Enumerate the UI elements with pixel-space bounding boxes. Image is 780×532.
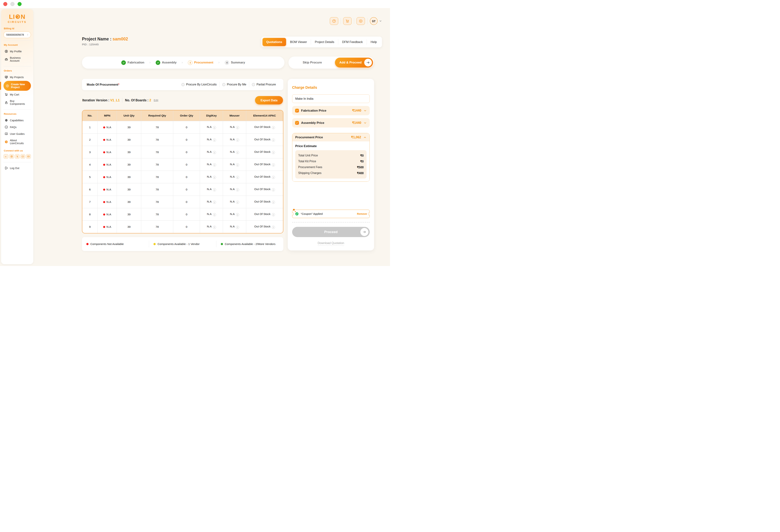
cart-button[interactable] bbox=[343, 17, 352, 25]
sidebar-item-my-profile[interactable]: My Profile bbox=[3, 48, 31, 55]
legend-item: Components Available - 2/More Vendors bbox=[216, 242, 283, 246]
maximize-button[interactable] bbox=[17, 2, 21, 6]
checkbox-checked[interactable] bbox=[295, 121, 299, 125]
chevron-up-icon[interactable] bbox=[363, 136, 367, 139]
sidebar-item-faqs[interactable]: FAQs bbox=[3, 124, 31, 131]
remove-coupon-button[interactable]: Remove bbox=[357, 212, 367, 215]
info-icon[interactable]: i bbox=[213, 126, 216, 129]
sidebar-item-user-guides[interactable]: User Guides bbox=[3, 131, 31, 137]
procurement-price-header[interactable]: Procurement Price ₹1,062 bbox=[292, 133, 370, 141]
account-menu[interactable]: ST bbox=[370, 17, 382, 25]
sidebar-item-create-new-project[interactable]: Create New Project bbox=[3, 81, 31, 91]
mail-link[interactable] bbox=[26, 154, 31, 159]
info-icon[interactable]: i bbox=[213, 213, 216, 216]
cell-required-qty: 78 bbox=[141, 208, 173, 221]
skip-procure-button[interactable]: Skip Procure bbox=[290, 61, 335, 64]
info-icon[interactable]: i bbox=[236, 163, 239, 166]
step-assembly[interactable]: Assembly bbox=[156, 60, 177, 65]
tab-bom-viewer[interactable]: BOM Viewer bbox=[286, 38, 311, 46]
chip-icon bbox=[5, 118, 8, 122]
info-icon[interactable]: i bbox=[236, 213, 239, 216]
info-icon[interactable]: i bbox=[272, 163, 275, 166]
table-row: 1 N.A 39 78 0 N.Ai N.Ai Out Of Stocki bbox=[82, 121, 283, 134]
info-icon[interactable]: i bbox=[213, 139, 216, 142]
cell-order-qty: 0 bbox=[173, 134, 200, 146]
info-icon[interactable]: i bbox=[272, 213, 275, 216]
info-icon[interactable]: i bbox=[236, 188, 239, 191]
info-icon[interactable]: i bbox=[213, 151, 216, 154]
chevron-down-icon[interactable] bbox=[363, 121, 367, 125]
info-icon[interactable]: i bbox=[213, 188, 216, 191]
close-button[interactable] bbox=[3, 2, 7, 6]
tab-dfm-feedback[interactable]: DFM Feedback bbox=[338, 38, 367, 46]
cell-required-qty: 78 bbox=[141, 171, 173, 183]
bag-icon bbox=[5, 101, 8, 104]
minimize-button[interactable] bbox=[10, 2, 14, 6]
checkbox-checked[interactable] bbox=[295, 109, 299, 112]
cell-digikey: N.Ai bbox=[200, 171, 223, 183]
x-link[interactable] bbox=[15, 154, 20, 159]
estimate-row-total-kit-price: Total Kit Price₹0 bbox=[298, 160, 364, 163]
proceed-button[interactable]: Proceed bbox=[292, 227, 370, 237]
info-icon[interactable]: i bbox=[236, 126, 239, 129]
sidebar-item-business-account[interactable]: Business Account bbox=[3, 55, 31, 64]
column-header-required-qty: Required Qty bbox=[141, 110, 173, 121]
sidebar-item-capabilities[interactable]: Capabilities bbox=[3, 117, 31, 124]
cell-required-qty: 78 bbox=[141, 146, 173, 158]
info-icon[interactable]: i bbox=[272, 226, 275, 229]
sidebar-item-my-projects[interactable]: My Projects bbox=[3, 74, 31, 81]
charge-item-assembly-price: Assembly Price ₹1440 bbox=[292, 118, 370, 128]
chevron-down-icon[interactable] bbox=[363, 109, 367, 112]
help-button[interactable] bbox=[330, 17, 338, 25]
download-quotation-link[interactable]: Download Quotation bbox=[318, 241, 344, 246]
info-icon[interactable]: i bbox=[213, 176, 216, 179]
linkedin-link[interactable]: in bbox=[3, 154, 8, 159]
info-icon[interactable]: i bbox=[236, 151, 239, 154]
cell-element14: Out Of Stocki bbox=[246, 208, 283, 221]
info-icon[interactable]: i bbox=[213, 163, 216, 166]
cell-no: 6 bbox=[82, 183, 97, 196]
projects-icon bbox=[5, 76, 8, 79]
add-new-button[interactable] bbox=[356, 17, 365, 25]
procurement-mode-radios: Procure By LionCircuits Procure By Me Pa… bbox=[179, 82, 279, 87]
sidebar-item-about-lioncircuits[interactable]: About LionCircuits bbox=[3, 137, 31, 146]
cell-order-qty: 0 bbox=[173, 196, 200, 208]
info-icon[interactable]: i bbox=[272, 151, 275, 154]
step-fabrication[interactable]: Fabrication bbox=[121, 60, 144, 65]
sidebar-item-buy-components[interactable]: Buy Components bbox=[3, 98, 31, 107]
cell-digikey: N.Ai bbox=[200, 183, 223, 196]
radio-procure-by-me[interactable]: Procure By Me bbox=[220, 83, 249, 86]
logout-button[interactable]: Log Out bbox=[3, 165, 31, 172]
info-icon[interactable]: i bbox=[272, 188, 275, 191]
step-summary[interactable]: 4Summary bbox=[225, 60, 245, 65]
info-icon[interactable]: i bbox=[236, 139, 239, 142]
plus-circle-icon bbox=[6, 84, 9, 88]
add-proceed-button[interactable]: Add & Proceed bbox=[335, 58, 373, 67]
region-selector[interactable]: Make In India bbox=[292, 94, 370, 103]
info-icon[interactable]: i bbox=[236, 176, 239, 179]
edit-boards-link[interactable]: Edit bbox=[154, 99, 158, 102]
info-icon[interactable]: i bbox=[272, 201, 275, 204]
tab-quotations[interactable]: Quotations bbox=[262, 38, 286, 46]
radio-procure-by-lioncircuits[interactable]: Procure By LionCircuits bbox=[179, 83, 219, 86]
cell-unit-qty: 39 bbox=[117, 121, 141, 134]
table-row: 4 N.A 39 78 0 N.Ai N.Ai Out Of Stocki bbox=[82, 158, 283, 171]
info-icon[interactable]: i bbox=[213, 226, 216, 229]
step-procurement[interactable]: 3Procurement bbox=[188, 60, 213, 65]
tab-project-details[interactable]: Project Details bbox=[311, 38, 338, 46]
instagram-link[interactable] bbox=[9, 154, 14, 159]
info-icon[interactable]: i bbox=[236, 226, 239, 229]
radio-partial-procure[interactable]: Partial Procure bbox=[249, 83, 279, 86]
info-icon[interactable]: i bbox=[272, 176, 275, 179]
info-icon[interactable]: i bbox=[272, 139, 275, 142]
tab-help[interactable]: Help bbox=[367, 38, 381, 46]
billing-id-selector[interactable]: 590000005678 bbox=[3, 32, 31, 38]
youtube-link[interactable] bbox=[20, 154, 25, 159]
export-data-button[interactable]: Export Data bbox=[255, 96, 283, 104]
info-icon[interactable]: i bbox=[272, 126, 275, 129]
chevron-right-icon bbox=[26, 34, 29, 36]
info-icon[interactable]: i bbox=[213, 201, 216, 204]
info-icon[interactable]: i bbox=[236, 201, 239, 204]
table-row: 6 N.A 39 78 0 N.Ai N.Ai Out Of Stocki bbox=[82, 183, 283, 196]
sidebar-item-my-cart[interactable]: My Cart bbox=[3, 91, 31, 98]
